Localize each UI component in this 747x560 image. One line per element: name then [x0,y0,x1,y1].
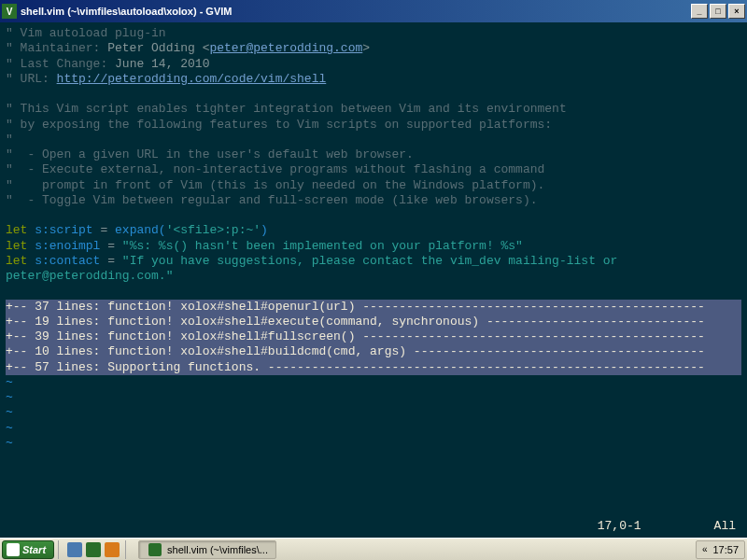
comment-line: " Vim autoload plug-in [6,26,166,40]
comment-line: " This Vim script enables tighter integr… [6,102,567,116]
eob-tilde: ~ [6,421,741,436]
start-button[interactable]: Start [2,540,54,559]
comment-line: " Maintainer: [6,41,107,55]
comment-line: " URL: [6,72,57,86]
system-tray[interactable]: « 17:57 [696,540,745,559]
text: > [362,41,370,55]
keyword-let: let [6,254,27,268]
ruler: 17,0-1 All [598,519,736,534]
comment-line: " [6,133,13,147]
minimize-button[interactable]: _ [691,4,708,19]
comment-line: " prompt in front of Vim (this is only n… [6,178,544,192]
quicklaunch-firefox-icon[interactable] [105,542,120,557]
eq: = [100,223,115,237]
keyword-let: let [6,239,27,253]
comment-line: " - Toggle Vim between regular and full-… [6,193,538,207]
gvim-icon: V [2,4,17,19]
fold-openurl[interactable]: +-- 37 lines: function! xolox#shell#open… [6,300,741,315]
var-enoimpl: s:enoimpl [27,239,107,253]
window-controls: _ □ × [691,4,745,19]
comment-line: " by exposing the following features to … [6,118,552,132]
quicklaunch-divider [58,540,62,559]
eob-tilde: ~ [6,390,741,405]
comment-line: " - Open a given URL in the user's defau… [6,147,414,161]
editor-area[interactable]: " Vim autoload plug-in " Maintainer: Pet… [0,22,747,538]
fold-buildcmd[interactable]: +-- 10 lines: function! xolox#shell#buil… [6,344,741,359]
project-url-link[interactable]: http://peterodding.com/code/vim/shell [57,72,327,86]
windows-logo-icon [7,543,20,556]
eq: = [107,239,122,253]
fold-fullscreen[interactable]: +-- 39 lines: function! xolox#shell#full… [6,329,741,344]
last-change-date: June 14, 2010 [115,57,209,71]
task-label: shell.vim (~\vimfiles\... [167,544,268,555]
fold-execute[interactable]: +-- 19 lines: function! xolox#shell#exec… [6,315,741,329]
gvim-icon [148,543,162,556]
quicklaunch-divider [125,540,129,559]
eob-tilde: ~ [6,405,741,420]
var-contact: s:contact [27,254,107,268]
cursor-position: 17,0-1 [598,519,641,533]
fold-supporting[interactable]: +-- 57 lines: Supporting functions. ----… [6,360,741,375]
windows-taskbar: Start shell.vim (~\vimfiles\... « 17:57 [0,538,747,560]
maximize-button[interactable]: □ [710,4,726,19]
eob-tilde: ~ [6,436,741,451]
var-script: s:script [27,223,100,237]
quicklaunch-icon[interactable] [67,542,82,557]
window-title: shell.vim (~\vimfiles\autoload\xolox) - … [21,6,691,17]
scroll-percent: All [714,519,736,533]
comment-line: " Last Change: [6,57,115,71]
window-titlebar: V shell.vim (~\vimfiles\autoload\xolox) … [0,0,747,22]
task-gvim[interactable]: shell.vim (~\vimfiles\... [138,540,276,559]
comment-line: " - Execute external, non-interactive pr… [6,162,544,176]
maintainer-name: Peter Odding < [107,41,209,55]
paren-close: ) [261,223,268,237]
fn-expand: expand( [115,223,166,237]
start-label: Start [22,544,46,555]
eq: = [107,254,122,268]
string: '<sfile>:p:~' [166,223,261,237]
string: "%s: %s() hasn't been implemented on you… [122,239,523,253]
clock: 17:57 [712,544,739,555]
tray-expand-icon[interactable]: « [702,544,708,554]
string: peter@peterodding.com." [6,269,173,283]
eob-tilde: ~ [6,375,741,390]
close-button[interactable]: × [728,4,745,19]
maintainer-email-link[interactable]: peter@peterodding.com [209,41,362,55]
quicklaunch-vim-icon[interactable] [86,542,101,557]
string: "If you have suggestions, please contact… [122,254,625,268]
keyword-let: let [6,223,27,237]
